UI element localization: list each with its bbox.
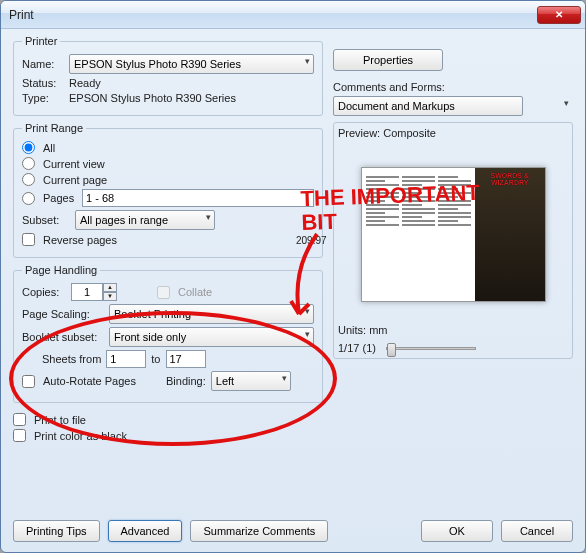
page-indicator: 1/17 (1) — [338, 342, 376, 354]
copies-input[interactable] — [71, 283, 103, 301]
pages-input[interactable] — [82, 189, 314, 207]
ok-button[interactable]: OK — [421, 520, 493, 542]
sheets-to-label: to — [151, 353, 160, 365]
advanced-button[interactable]: Advanced — [108, 520, 183, 542]
cover-title: SWORDS & WIZARDRY — [475, 172, 545, 186]
window-title: Print — [9, 8, 537, 22]
name-label: Name: — [22, 58, 64, 70]
printer-name-select[interactable]: EPSON Stylus Photo R390 Series — [69, 54, 314, 74]
close-icon: ✕ — [555, 9, 563, 20]
titlebar: Print ✕ — [1, 1, 585, 29]
subset-label: Subset: — [22, 214, 70, 226]
printer-group: Printer Name: EPSON Stylus Photo R390 Se… — [13, 35, 323, 116]
radio-current-page[interactable] — [22, 173, 35, 186]
sheets-from-label: Sheets from — [42, 353, 101, 365]
cancel-button[interactable]: Cancel — [501, 520, 573, 542]
autorotate-label: Auto-Rotate Pages — [43, 375, 161, 387]
collate-label: Collate — [178, 286, 212, 298]
scaling-label: Page Scaling: — [22, 308, 104, 320]
autorotate-checkbox[interactable] — [22, 375, 35, 388]
print-range-group: Print Range All Current view Current pag… — [13, 122, 323, 258]
status-value: Ready — [69, 77, 101, 89]
radio-current-view-label: Current view — [43, 158, 105, 170]
scaling-select[interactable]: Booklet Printing — [109, 304, 314, 324]
printer-legend: Printer — [22, 35, 60, 47]
print-to-file-checkbox[interactable] — [13, 413, 26, 426]
print-dialog: Print ✕ Printer Name: EPSON Stylus Photo… — [0, 0, 586, 553]
type-value: EPSON Stylus Photo R390 Series — [69, 92, 236, 104]
sheets-from-input[interactable] — [106, 350, 146, 368]
copies-down[interactable]: ▼ — [103, 292, 117, 301]
summarize-comments-button[interactable]: Summarize Comments — [190, 520, 328, 542]
printing-tips-button[interactable]: Printing Tips — [13, 520, 100, 542]
print-to-file-label: Print to file — [34, 414, 86, 426]
range-legend: Print Range — [22, 122, 86, 134]
radio-all[interactable] — [22, 141, 35, 154]
radio-current-page-label: Current page — [43, 174, 107, 186]
booklet-select[interactable]: Front side only — [109, 327, 314, 347]
copies-up[interactable]: ▲ — [103, 283, 117, 292]
radio-all-label: All — [43, 142, 55, 154]
slider-thumb[interactable] — [387, 343, 396, 357]
subset-select[interactable]: All pages in range — [75, 210, 215, 230]
type-label: Type: — [22, 92, 64, 104]
preview-thumbnail: SWORDS & WIZARDRY — [361, 167, 546, 302]
handling-legend: Page Handling — [22, 264, 100, 276]
preview-legend: Preview: Composite — [338, 127, 568, 139]
booklet-label: Booklet subset: — [22, 331, 104, 343]
preview-height-dim: 209.97 — [296, 235, 327, 246]
radio-pages[interactable] — [22, 192, 35, 205]
print-color-black-label: Print color as black — [34, 430, 127, 442]
preview-group: Preview: Composite 296.97 209.97 — [333, 122, 573, 359]
preview-slider[interactable] — [386, 347, 476, 350]
status-label: Status: — [22, 77, 64, 89]
print-color-black-checkbox[interactable] — [13, 429, 26, 442]
close-button[interactable]: ✕ — [537, 6, 581, 24]
binding-label: Binding: — [166, 375, 206, 387]
reverse-checkbox[interactable] — [22, 233, 35, 246]
reverse-label: Reverse pages — [43, 234, 117, 246]
properties-button[interactable]: Properties — [333, 49, 443, 71]
binding-select[interactable]: Left — [211, 371, 291, 391]
radio-current-view[interactable] — [22, 157, 35, 170]
comments-select[interactable]: Document and Markups — [333, 96, 523, 116]
page-handling-group: Page Handling Copies: ▲▼ Collate Page Sc… — [13, 264, 323, 403]
collate-checkbox — [157, 286, 170, 299]
sheets-to-input[interactable] — [166, 350, 206, 368]
comments-label: Comments and Forms: — [333, 81, 573, 93]
units-value: mm — [369, 324, 387, 336]
copies-label: Copies: — [22, 286, 66, 298]
radio-pages-label: Pages — [43, 192, 77, 204]
units-label: Units: — [338, 324, 366, 336]
